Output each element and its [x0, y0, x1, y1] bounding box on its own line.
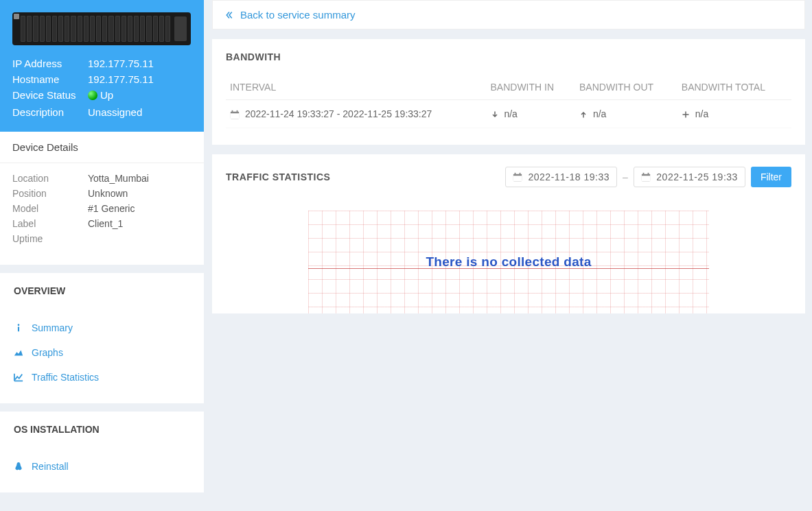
bandwidth-in-value: n/a	[504, 108, 517, 119]
overview-item-traffic-statistics[interactable]: Traffic Statistics	[0, 365, 204, 390]
location-label: Location	[12, 173, 88, 184]
back-to-summary-link[interactable]: Back to service summary	[212, 0, 805, 29]
calendar-icon	[641, 172, 651, 182]
bandwidth-panel: BANDWITH INTERVAL BANDWITH IN BANDWITH O…	[212, 39, 805, 145]
svg-rect-7	[513, 176, 522, 182]
overview-item-label: Graphs	[32, 347, 63, 358]
location-value: Yotta_Mumbai	[88, 173, 192, 184]
model-value: #1 Generic	[88, 203, 192, 214]
col-bandwidth-out: BANDWITH OUT	[575, 75, 677, 100]
svg-rect-8	[515, 173, 516, 176]
svg-point-0	[18, 324, 20, 326]
overview-item-label: Summary	[32, 322, 73, 333]
svg-rect-13	[648, 173, 649, 176]
uptime-label: Uptime	[12, 233, 88, 244]
traffic-graph: There is no collected data	[226, 211, 791, 313]
svg-rect-4	[232, 110, 233, 113]
uptime-value	[88, 233, 192, 244]
date-to-input[interactable]: 2022-11-25 19:33	[634, 167, 745, 187]
line-chart-icon	[14, 372, 23, 382]
ip-value: 192.177.75.11	[88, 58, 192, 69]
col-bandwidth-total: BANDWITH TOTAL	[677, 75, 791, 100]
bandwidth-out-value: n/a	[593, 108, 606, 119]
device-status-label: Device Status	[12, 89, 88, 102]
hostname-value: 192.177.75.11	[88, 73, 192, 85]
model-label: Model	[12, 203, 88, 214]
position-label: Position	[12, 188, 88, 199]
calendar-icon	[230, 110, 240, 119]
bandwidth-total-value: n/a	[695, 108, 708, 119]
status-badge: Up	[88, 89, 113, 101]
area-chart-icon	[14, 348, 23, 357]
date-to-value: 2022-11-25 19:33	[656, 171, 738, 182]
svg-rect-1	[18, 326, 19, 331]
date-range-separator: –	[623, 171, 628, 182]
os-item-label: Reinstall	[32, 461, 69, 472]
info-icon	[14, 323, 23, 333]
table-row: 2022-11-24 19:33:27 - 2022-11-25 19:33:2…	[226, 100, 791, 128]
date-from-input[interactable]: 2022-11-18 19:33	[505, 167, 617, 187]
label-label: Label	[12, 218, 88, 229]
description-value: Unassigned	[88, 106, 192, 118]
bandwidth-table: INTERVAL BANDWITH IN BANDWITH OUT BANDWI…	[226, 75, 791, 128]
status-up-icon	[88, 91, 97, 100]
no-data-message: There is no collected data	[426, 254, 591, 270]
svg-rect-11	[642, 176, 650, 182]
traffic-title: TRAFFIC STATISTICS	[226, 171, 330, 182]
filter-button[interactable]: Filter	[751, 167, 791, 187]
traffic-statistics-panel: TRAFFIC STATISTICS 2022-11-18 19:33 – 20…	[212, 154, 805, 313]
linux-icon	[14, 462, 23, 471]
svg-rect-5	[237, 110, 238, 113]
svg-rect-3	[231, 114, 239, 119]
ip-label: IP Address	[12, 58, 88, 69]
os-installation-card: OS INSTALLATION Reinstall	[0, 412, 204, 492]
col-interval: INTERVAL	[226, 75, 487, 100]
overview-item-summary[interactable]: Summary	[0, 316, 204, 340]
status-text: Up	[100, 89, 113, 101]
label-value: Client_1	[88, 218, 192, 229]
chevron-left-double-icon	[225, 11, 233, 19]
svg-rect-9	[520, 173, 521, 176]
arrow-up-icon	[579, 110, 588, 119]
calendar-icon	[513, 172, 522, 182]
overview-item-graphs[interactable]: Graphs	[0, 340, 204, 365]
os-installation-title: OS INSTALLATION	[0, 412, 204, 447]
position-value: Unknown	[88, 188, 192, 199]
device-details-title: Device Details	[0, 132, 204, 163]
device-summary-card: IP Address 192.177.75.11 Hostname 192.17…	[0, 0, 204, 265]
interval-value: 2022-11-24 19:33:27 - 2022-11-25 19:33:2…	[245, 108, 432, 119]
back-link-label: Back to service summary	[240, 9, 356, 21]
os-item-reinstall[interactable]: Reinstall	[0, 454, 204, 479]
date-from-value: 2022-11-18 19:33	[528, 171, 610, 182]
server-image	[12, 12, 191, 45]
description-label: Description	[12, 106, 88, 118]
overview-item-label: Traffic Statistics	[32, 372, 99, 383]
overview-title: OVERVIEW	[0, 273, 204, 309]
arrow-down-icon	[491, 110, 499, 119]
bandwidth-title: BANDWITH	[212, 39, 805, 75]
overview-card: OVERVIEW Summary Graphs Traffic Statisti…	[0, 273, 204, 403]
col-bandwidth-in: BANDWITH IN	[487, 75, 576, 100]
hostname-label: Hostname	[12, 73, 88, 85]
svg-rect-12	[643, 173, 645, 176]
plus-icon	[682, 110, 690, 119]
